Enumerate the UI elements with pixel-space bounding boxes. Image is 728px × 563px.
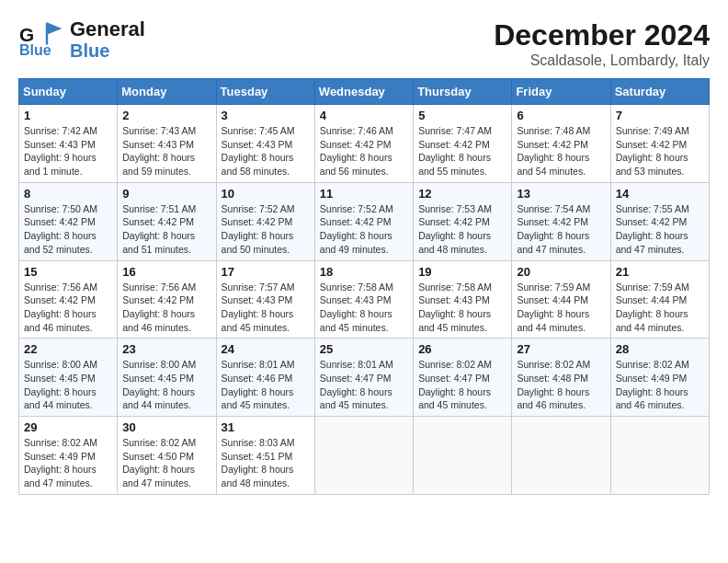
day-info: Sunrise: 8:02 AM Sunset: 4:50 PM Dayligh… — [122, 436, 210, 490]
logo-icon: G Blue — [18, 21, 64, 58]
calendar-day-cell: 1 Sunrise: 7:42 AM Sunset: 4:43 PM Dayli… — [19, 105, 118, 183]
sunset-text: Sunset: 4:43 PM — [24, 139, 96, 150]
day-info: Sunrise: 8:01 AM Sunset: 4:47 PM Dayligh… — [320, 358, 408, 412]
sunrise-text: Sunrise: 7:52 AM — [222, 203, 295, 214]
calendar-day-cell: 8 Sunrise: 7:50 AM Sunset: 4:42 PM Dayli… — [19, 182, 118, 260]
sunrise-text: Sunrise: 7:46 AM — [320, 125, 393, 136]
logo-general: General — [70, 18, 145, 40]
daylight-text: Daylight: 8 hours and 45 minutes. — [222, 308, 294, 333]
day-number: 6 — [517, 109, 605, 122]
day-number: 1 — [24, 109, 112, 122]
daylight-text: Daylight: 8 hours and 47 minutes. — [517, 230, 589, 255]
day-number: 23 — [122, 342, 210, 356]
daylight-text: Daylight: 8 hours and 44 minutes. — [616, 308, 688, 333]
daylight-text: Daylight: 8 hours and 53 minutes. — [616, 152, 688, 177]
calendar-day-cell: 26 Sunrise: 8:02 AM Sunset: 4:47 PM Dayl… — [414, 339, 512, 417]
calendar-day-cell: 21 Sunrise: 7:59 AM Sunset: 4:44 PM Dayl… — [610, 260, 709, 339]
sunrise-text: Sunrise: 8:01 AM — [222, 359, 295, 370]
day-number: 3 — [222, 109, 310, 122]
daylight-text: Daylight: 8 hours and 47 minutes. — [24, 464, 97, 488]
day-info: Sunrise: 7:54 AM Sunset: 4:42 PM Dayligh… — [517, 202, 605, 257]
daylight-text: Daylight: 8 hours and 45 minutes. — [418, 386, 491, 411]
day-number: 28 — [616, 342, 704, 356]
daylight-text: Daylight: 8 hours and 48 minutes. — [222, 464, 294, 488]
daylight-text: Daylight: 8 hours and 44 minutes. — [122, 386, 195, 411]
calendar-day-cell: 13 Sunrise: 7:54 AM Sunset: 4:42 PM Dayl… — [512, 182, 610, 260]
sunset-text: Sunset: 4:42 PM — [517, 216, 588, 227]
sunset-text: Sunset: 4:43 PM — [320, 294, 392, 305]
calendar-day-cell: 15 Sunrise: 7:56 AM Sunset: 4:42 PM Dayl… — [19, 260, 118, 339]
sunset-text: Sunset: 4:42 PM — [122, 294, 194, 305]
sunset-text: Sunset: 4:47 PM — [418, 373, 490, 384]
day-info: Sunrise: 7:56 AM Sunset: 4:42 PM Dayligh… — [122, 281, 210, 335]
calendar-day-cell: 28 Sunrise: 8:02 AM Sunset: 4:49 PM Dayl… — [610, 339, 709, 417]
day-info: Sunrise: 7:52 AM Sunset: 4:42 PM Dayligh… — [222, 202, 310, 257]
day-number: 22 — [24, 342, 112, 356]
daylight-text: Daylight: 8 hours and 47 minutes. — [122, 464, 195, 488]
sunrise-text: Sunrise: 7:59 AM — [517, 282, 590, 293]
calendar-day-cell: 12 Sunrise: 7:53 AM Sunset: 4:42 PM Dayl… — [414, 182, 512, 260]
day-of-week-header: Saturday — [610, 79, 709, 105]
daylight-text: Daylight: 8 hours and 46 minutes. — [122, 308, 195, 333]
sunrise-text: Sunrise: 7:59 AM — [616, 282, 689, 293]
logo-blue: Blue — [70, 40, 145, 61]
day-info: Sunrise: 7:58 AM Sunset: 4:43 PM Dayligh… — [418, 281, 506, 335]
sunrise-text: Sunrise: 7:47 AM — [418, 125, 492, 136]
daylight-text: Daylight: 8 hours and 48 minutes. — [418, 230, 491, 255]
logo: G Blue General Blue — [18, 18, 145, 61]
day-info: Sunrise: 7:51 AM Sunset: 4:42 PM Dayligh… — [122, 202, 210, 257]
day-number: 30 — [122, 420, 210, 434]
day-number: 10 — [222, 187, 310, 201]
day-of-week-header: Tuesday — [216, 79, 314, 105]
page-header: G Blue General Blue December 2024 Scalda… — [18, 18, 710, 69]
day-of-week-header: Sunday — [19, 79, 118, 105]
day-number: 19 — [418, 265, 506, 279]
sunrise-text: Sunrise: 8:00 AM — [24, 359, 97, 370]
day-number: 4 — [320, 109, 408, 122]
daylight-text: Daylight: 9 hours and 1 minute. — [24, 152, 97, 177]
sunset-text: Sunset: 4:42 PM — [122, 216, 194, 227]
day-info: Sunrise: 7:46 AM Sunset: 4:42 PM Dayligh… — [320, 124, 408, 178]
day-number: 12 — [418, 187, 506, 201]
day-number: 31 — [222, 420, 310, 434]
day-number: 11 — [320, 187, 408, 201]
day-number: 24 — [222, 342, 310, 356]
daylight-text: Daylight: 8 hours and 45 minutes. — [320, 308, 392, 333]
day-info: Sunrise: 7:52 AM Sunset: 4:42 PM Dayligh… — [320, 202, 408, 257]
day-info: Sunrise: 7:57 AM Sunset: 4:43 PM Dayligh… — [222, 281, 310, 335]
daylight-text: Daylight: 8 hours and 49 minutes. — [320, 230, 392, 255]
location-title: Scaldasole, Lombardy, Italy — [494, 52, 710, 69]
calendar-day-cell: 11 Sunrise: 7:52 AM Sunset: 4:42 PM Dayl… — [314, 182, 413, 260]
sunrise-text: Sunrise: 7:58 AM — [320, 282, 393, 293]
day-number: 25 — [320, 342, 408, 356]
calendar-day-cell: 30 Sunrise: 8:02 AM Sunset: 4:50 PM Dayl… — [118, 417, 216, 495]
daylight-text: Daylight: 8 hours and 51 minutes. — [122, 230, 195, 255]
sunrise-text: Sunrise: 7:45 AM — [222, 125, 295, 136]
sunrise-text: Sunrise: 7:53 AM — [418, 203, 492, 214]
sunrise-text: Sunrise: 8:03 AM — [222, 437, 295, 448]
day-number: 16 — [122, 265, 210, 279]
sunrise-text: Sunrise: 7:49 AM — [616, 125, 689, 136]
svg-marker-1 — [47, 23, 62, 35]
sunset-text: Sunset: 4:50 PM — [122, 451, 194, 462]
day-info: Sunrise: 7:48 AM Sunset: 4:42 PM Dayligh… — [517, 124, 605, 178]
svg-text:Blue: Blue — [19, 42, 51, 58]
sunset-text: Sunset: 4:42 PM — [320, 139, 392, 150]
calendar-day-cell: 29 Sunrise: 8:02 AM Sunset: 4:49 PM Dayl… — [19, 417, 118, 495]
sunrise-text: Sunrise: 7:56 AM — [24, 282, 97, 293]
calendar-week-row: 22 Sunrise: 8:00 AM Sunset: 4:45 PM Dayl… — [19, 339, 710, 417]
sunrise-text: Sunrise: 7:57 AM — [222, 282, 295, 293]
calendar-day-cell — [610, 417, 709, 495]
sunrise-text: Sunrise: 7:51 AM — [122, 203, 196, 214]
day-info: Sunrise: 7:43 AM Sunset: 4:43 PM Dayligh… — [122, 124, 210, 178]
day-number: 26 — [418, 342, 506, 356]
day-info: Sunrise: 7:49 AM Sunset: 4:42 PM Dayligh… — [616, 124, 704, 178]
sunset-text: Sunset: 4:44 PM — [517, 294, 588, 305]
day-number: 14 — [616, 187, 704, 201]
daylight-text: Daylight: 8 hours and 46 minutes. — [616, 386, 688, 411]
sunrise-text: Sunrise: 7:52 AM — [320, 203, 393, 214]
sunset-text: Sunset: 4:43 PM — [122, 139, 194, 150]
day-number: 9 — [122, 187, 210, 201]
sunset-text: Sunset: 4:42 PM — [24, 294, 96, 305]
calendar-week-row: 8 Sunrise: 7:50 AM Sunset: 4:42 PM Dayli… — [19, 182, 710, 260]
